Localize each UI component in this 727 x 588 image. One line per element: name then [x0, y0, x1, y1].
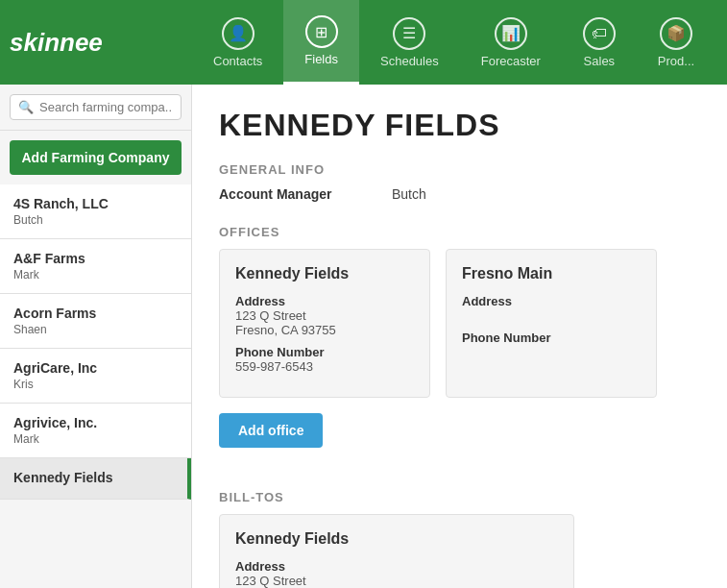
list-item[interactable]: Acorn Farms Shaen [0, 294, 191, 349]
company-person: Mark [13, 432, 178, 446]
list-item[interactable]: 4S Ranch, LLC Butch [0, 184, 191, 239]
company-name: AgriCare, Inc [13, 360, 178, 376]
bill-tos-heading: BILL-TOS [219, 490, 700, 504]
nav-label-sales: Sales [584, 54, 616, 68]
search-icon: 🔍 [18, 100, 34, 114]
logo-area: skinnee [0, 0, 192, 85]
nav-label-contacts: Contacts [213, 54, 262, 68]
bill-to-address-label-1: Address [235, 559, 558, 574]
top-nav: skinnee 👤 Contacts ⊞ Fields ☰ Schedules … [0, 0, 727, 85]
content-area: KENNEDY FIELDS GENERAL INFO Account Mana… [192, 85, 727, 588]
company-name: Acorn Farms [13, 306, 178, 321]
add-office-button[interactable]: Add office [219, 413, 323, 448]
page-title: KENNEDY FIELDS [219, 108, 700, 143]
office-address-label-2: Address [462, 294, 641, 308]
sidebar: 🔍 Add Farming Company 4S Ranch, LLC Butc… [0, 85, 192, 588]
company-name: Agrivice, Inc. [13, 415, 178, 430]
fields-icon: ⊞ [305, 15, 338, 48]
add-farming-company-button[interactable]: Add Farming Company [10, 140, 182, 175]
search-input-wrap[interactable]: 🔍 [10, 94, 182, 120]
office-phone-value-2 [462, 345, 641, 359]
office-card-name-1: Kennedy Fields [235, 265, 414, 282]
office-card-name-2: Fresno Main [462, 265, 641, 282]
company-person: Butch [13, 213, 178, 227]
list-item[interactable]: AgriCare, Inc Kris [0, 349, 191, 404]
bill-to-address-value-1: 123 Q Street [235, 574, 558, 588]
nav-label-prod: Prod... [658, 54, 694, 68]
office-card-2: Fresno Main Address Phone Number [446, 249, 657, 398]
search-box: 🔍 [0, 85, 191, 131]
offices-row: Kennedy Fields Address 123 Q Street Fres… [219, 249, 700, 398]
office-phone-label-1: Phone Number [235, 345, 414, 359]
main-layout: 🔍 Add Farming Company 4S Ranch, LLC Butc… [0, 85, 727, 588]
schedules-icon: ☰ [393, 17, 425, 50]
bill-to-name-1: Kennedy Fields [235, 530, 558, 548]
account-manager-value: Butch [392, 186, 426, 202]
office-card-1: Kennedy Fields Address 123 Q Street Fres… [219, 249, 430, 398]
sales-icon: 🏷 [583, 17, 616, 50]
general-info-section: GENERAL INFO Account Manager Butch [219, 162, 700, 202]
company-name: 4S Ranch, LLC [13, 196, 178, 211]
company-name: Kennedy Fields [13, 470, 174, 485]
company-name: A&F Farms [13, 251, 178, 266]
account-manager-label: Account Manager [219, 186, 392, 202]
offices-section: OFFICES Kennedy Fields Address 123 Q Str… [219, 225, 700, 467]
list-item[interactable]: Agrivice, Inc. Mark [0, 404, 191, 458]
nav-label-schedules: Schedules [380, 54, 439, 68]
search-input[interactable] [39, 100, 173, 114]
general-info-heading: GENERAL INFO [219, 162, 700, 177]
app-logo: skinnee [10, 28, 103, 58]
nav-item-prod[interactable]: 📦 Prod... [637, 0, 715, 85]
company-list: 4S Ranch, LLC Butch A&F Farms Mark Acorn… [0, 184, 191, 588]
office-address-value-1: 123 Q Street Fresno, CA 93755 [235, 308, 414, 337]
contacts-icon: 👤 [222, 17, 254, 50]
list-item-active[interactable]: Kennedy Fields [0, 458, 191, 500]
office-phone-label-2: Phone Number [462, 331, 641, 345]
nav-item-forecaster[interactable]: 📊 Forecaster [460, 0, 562, 85]
offices-heading: OFFICES [219, 225, 700, 239]
office-address-label-1: Address [235, 294, 414, 308]
nav-item-schedules[interactable]: ☰ Schedules [359, 0, 460, 85]
company-person: Mark [13, 268, 178, 282]
prod-icon: 📦 [660, 17, 692, 50]
nav-item-fields[interactable]: ⊞ Fields [283, 0, 359, 85]
bill-to-card-1: Kennedy Fields Address 123 Q Street [219, 514, 574, 588]
forecaster-icon: 📊 [495, 17, 527, 50]
nav-items: 👤 Contacts ⊞ Fields ☰ Schedules 📊 Foreca… [192, 0, 727, 85]
nav-label-fields: Fields [304, 52, 338, 66]
account-manager-row: Account Manager Butch [219, 186, 700, 202]
nav-item-sales[interactable]: 🏷 Sales [562, 0, 637, 85]
bill-tos-section: BILL-TOS Kennedy Fields Address 123 Q St… [219, 490, 700, 588]
office-address-value-2 [462, 308, 641, 323]
nav-item-contacts[interactable]: 👤 Contacts [192, 0, 283, 85]
company-person: Shaen [13, 323, 178, 336]
list-item[interactable]: A&F Farms Mark [0, 239, 191, 294]
company-person: Kris [13, 378, 178, 391]
nav-label-forecaster: Forecaster [481, 54, 541, 68]
office-phone-value-1: 559-987-6543 [235, 359, 414, 374]
